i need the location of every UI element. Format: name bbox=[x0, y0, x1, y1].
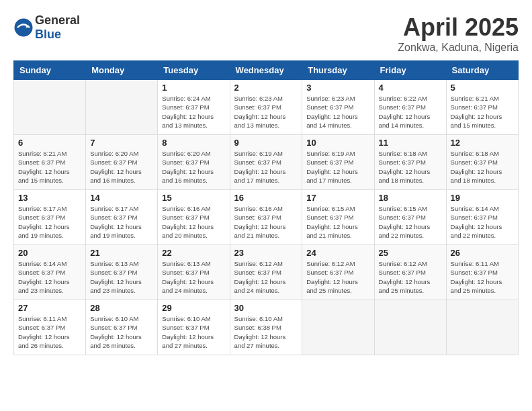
day-info: Sunrise: 6:17 AM Sunset: 6:37 PM Dayligh… bbox=[18, 204, 81, 240]
day-info: Sunrise: 6:18 AM Sunset: 6:37 PM Dayligh… bbox=[379, 149, 442, 185]
day-info: Sunrise: 6:10 AM Sunset: 6:37 PM Dayligh… bbox=[162, 314, 225, 350]
day-info: Sunrise: 6:16 AM Sunset: 6:37 PM Dayligh… bbox=[234, 204, 298, 240]
calendar-day-header: Monday bbox=[86, 61, 158, 80]
calendar-day-cell: 2Sunrise: 6:23 AM Sunset: 6:37 PM Daylig… bbox=[230, 80, 302, 135]
calendar-day-cell: 3Sunrise: 6:23 AM Sunset: 6:37 PM Daylig… bbox=[302, 80, 374, 135]
day-info: Sunrise: 6:16 AM Sunset: 6:37 PM Dayligh… bbox=[162, 204, 225, 240]
calendar-day-cell: 30Sunrise: 6:10 AM Sunset: 6:38 PM Dayli… bbox=[230, 300, 302, 355]
day-info: Sunrise: 6:23 AM Sunset: 6:37 PM Dayligh… bbox=[234, 94, 298, 130]
calendar-day-cell: 13Sunrise: 6:17 AM Sunset: 6:37 PM Dayli… bbox=[14, 190, 86, 245]
day-number: 27 bbox=[18, 303, 81, 313]
calendar-day-header: Wednesday bbox=[230, 61, 302, 80]
calendar-header-row: SundayMondayTuesdayWednesdayThursdayFrid… bbox=[14, 61, 519, 80]
day-info: Sunrise: 6:20 AM Sunset: 6:37 PM Dayligh… bbox=[90, 149, 153, 185]
calendar-day-cell: 18Sunrise: 6:15 AM Sunset: 6:37 PM Dayli… bbox=[374, 190, 446, 245]
calendar-day-cell bbox=[374, 300, 446, 355]
calendar-day-cell: 25Sunrise: 6:12 AM Sunset: 6:37 PM Dayli… bbox=[374, 245, 446, 300]
calendar-day-cell: 1Sunrise: 6:24 AM Sunset: 6:37 PM Daylig… bbox=[158, 80, 230, 135]
day-number: 7 bbox=[90, 138, 153, 148]
calendar-day-cell: 24Sunrise: 6:12 AM Sunset: 6:37 PM Dayli… bbox=[302, 245, 374, 300]
calendar-day-cell: 23Sunrise: 6:12 AM Sunset: 6:37 PM Dayli… bbox=[230, 245, 302, 300]
day-info: Sunrise: 6:10 AM Sunset: 6:38 PM Dayligh… bbox=[234, 314, 298, 350]
day-number: 19 bbox=[451, 193, 514, 203]
day-number: 14 bbox=[90, 193, 153, 203]
calendar-day-cell: 11Sunrise: 6:18 AM Sunset: 6:37 PM Dayli… bbox=[374, 135, 446, 190]
day-info: Sunrise: 6:22 AM Sunset: 6:37 PM Dayligh… bbox=[379, 94, 442, 130]
day-number: 9 bbox=[234, 138, 298, 148]
day-info: Sunrise: 6:20 AM Sunset: 6:37 PM Dayligh… bbox=[162, 149, 225, 185]
location-subtitle: Zonkwa, Kaduna, Nigeria bbox=[398, 42, 519, 54]
calendar-day-header: Tuesday bbox=[158, 61, 230, 80]
calendar-day-cell: 26Sunrise: 6:11 AM Sunset: 6:37 PM Dayli… bbox=[446, 245, 518, 300]
day-number: 17 bbox=[306, 193, 369, 203]
day-info: Sunrise: 6:13 AM Sunset: 6:37 PM Dayligh… bbox=[90, 259, 153, 295]
day-info: Sunrise: 6:18 AM Sunset: 6:37 PM Dayligh… bbox=[451, 149, 514, 185]
calendar-day-cell bbox=[446, 300, 518, 355]
month-year-title: April 2025 bbox=[398, 13, 519, 42]
logo-icon bbox=[13, 17, 34, 38]
calendar-day-cell: 9Sunrise: 6:19 AM Sunset: 6:37 PM Daylig… bbox=[230, 135, 302, 190]
calendar-day-cell: 16Sunrise: 6:16 AM Sunset: 6:37 PM Dayli… bbox=[230, 190, 302, 245]
calendar-day-header: Friday bbox=[374, 61, 446, 80]
day-number: 23 bbox=[234, 248, 298, 258]
calendar-day-cell: 7Sunrise: 6:20 AM Sunset: 6:37 PM Daylig… bbox=[86, 135, 158, 190]
calendar-day-cell: 15Sunrise: 6:16 AM Sunset: 6:37 PM Dayli… bbox=[158, 190, 230, 245]
day-info: Sunrise: 6:14 AM Sunset: 6:37 PM Dayligh… bbox=[451, 204, 514, 240]
calendar-day-cell: 5Sunrise: 6:21 AM Sunset: 6:37 PM Daylig… bbox=[446, 80, 518, 135]
calendar-day-cell: 28Sunrise: 6:10 AM Sunset: 6:37 PM Dayli… bbox=[86, 300, 158, 355]
day-number: 8 bbox=[162, 138, 225, 148]
day-info: Sunrise: 6:13 AM Sunset: 6:37 PM Dayligh… bbox=[162, 259, 225, 295]
calendar-day-cell bbox=[302, 300, 374, 355]
calendar-week-row: 1Sunrise: 6:24 AM Sunset: 6:37 PM Daylig… bbox=[14, 80, 519, 135]
day-number: 10 bbox=[306, 138, 369, 148]
day-info: Sunrise: 6:24 AM Sunset: 6:37 PM Dayligh… bbox=[162, 94, 225, 130]
calendar-day-cell bbox=[14, 80, 86, 135]
day-number: 5 bbox=[451, 83, 514, 93]
day-number: 12 bbox=[451, 138, 514, 148]
day-info: Sunrise: 6:17 AM Sunset: 6:37 PM Dayligh… bbox=[90, 204, 153, 240]
day-number: 20 bbox=[18, 248, 81, 258]
day-number: 18 bbox=[379, 193, 442, 203]
calendar-day-cell: 17Sunrise: 6:15 AM Sunset: 6:37 PM Dayli… bbox=[302, 190, 374, 245]
day-number: 28 bbox=[90, 303, 153, 313]
day-number: 29 bbox=[162, 303, 225, 313]
calendar-day-header: Sunday bbox=[14, 61, 86, 80]
day-number: 11 bbox=[379, 138, 442, 148]
day-info: Sunrise: 6:15 AM Sunset: 6:37 PM Dayligh… bbox=[379, 204, 442, 240]
day-info: Sunrise: 6:11 AM Sunset: 6:37 PM Dayligh… bbox=[18, 314, 81, 350]
calendar-day-cell: 21Sunrise: 6:13 AM Sunset: 6:37 PM Dayli… bbox=[86, 245, 158, 300]
calendar-table: SundayMondayTuesdayWednesdayThursdayFrid… bbox=[13, 60, 519, 355]
day-info: Sunrise: 6:23 AM Sunset: 6:37 PM Dayligh… bbox=[306, 94, 369, 130]
calendar-week-row: 20Sunrise: 6:14 AM Sunset: 6:37 PM Dayli… bbox=[14, 245, 519, 300]
day-number: 21 bbox=[90, 248, 153, 258]
title-section: April 2025 Zonkwa, Kaduna, Nigeria bbox=[398, 13, 519, 54]
calendar-day-cell: 29Sunrise: 6:10 AM Sunset: 6:37 PM Dayli… bbox=[158, 300, 230, 355]
day-number: 24 bbox=[306, 248, 369, 258]
calendar-week-row: 13Sunrise: 6:17 AM Sunset: 6:37 PM Dayli… bbox=[14, 190, 519, 245]
day-info: Sunrise: 6:21 AM Sunset: 6:37 PM Dayligh… bbox=[18, 149, 81, 185]
calendar-day-cell: 10Sunrise: 6:19 AM Sunset: 6:37 PM Dayli… bbox=[302, 135, 374, 190]
day-info: Sunrise: 6:10 AM Sunset: 6:37 PM Dayligh… bbox=[90, 314, 153, 350]
calendar-day-header: Thursday bbox=[302, 61, 374, 80]
day-info: Sunrise: 6:12 AM Sunset: 6:37 PM Dayligh… bbox=[234, 259, 298, 295]
day-number: 2 bbox=[234, 83, 298, 93]
calendar-day-cell: 20Sunrise: 6:14 AM Sunset: 6:37 PM Dayli… bbox=[14, 245, 86, 300]
day-info: Sunrise: 6:12 AM Sunset: 6:37 PM Dayligh… bbox=[306, 259, 369, 295]
day-number: 3 bbox=[306, 83, 369, 93]
page-header: General Blue April 2025 Zonkwa, Kaduna, … bbox=[13, 13, 519, 54]
day-info: Sunrise: 6:21 AM Sunset: 6:37 PM Dayligh… bbox=[451, 94, 514, 130]
logo-blue: Blue bbox=[35, 28, 61, 41]
day-number: 6 bbox=[18, 138, 81, 148]
calendar-day-cell: 22Sunrise: 6:13 AM Sunset: 6:37 PM Dayli… bbox=[158, 245, 230, 300]
calendar-day-cell: 14Sunrise: 6:17 AM Sunset: 6:37 PM Dayli… bbox=[86, 190, 158, 245]
calendar-week-row: 6Sunrise: 6:21 AM Sunset: 6:37 PM Daylig… bbox=[14, 135, 519, 190]
day-number: 1 bbox=[162, 83, 225, 93]
day-number: 16 bbox=[234, 193, 298, 203]
calendar-day-cell bbox=[86, 80, 158, 135]
day-info: Sunrise: 6:19 AM Sunset: 6:37 PM Dayligh… bbox=[234, 149, 298, 185]
day-info: Sunrise: 6:15 AM Sunset: 6:37 PM Dayligh… bbox=[306, 204, 369, 240]
day-info: Sunrise: 6:19 AM Sunset: 6:37 PM Dayligh… bbox=[306, 149, 369, 185]
day-number: 26 bbox=[451, 248, 514, 258]
calendar-day-cell: 19Sunrise: 6:14 AM Sunset: 6:37 PM Dayli… bbox=[446, 190, 518, 245]
day-number: 13 bbox=[18, 193, 81, 203]
